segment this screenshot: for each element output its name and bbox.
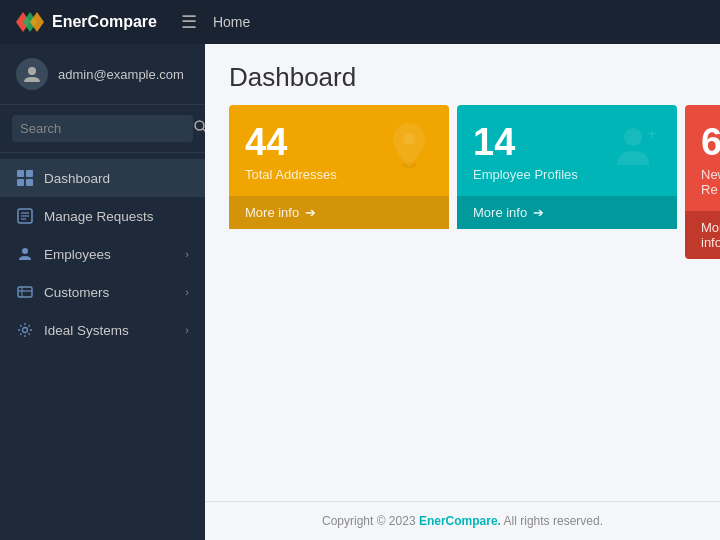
content-body: 44 Total Addresses More info ➔ xyxy=(205,105,720,501)
search-icon xyxy=(194,120,205,134)
footer-suffix: All rights reserved. xyxy=(501,514,603,528)
sidebar-item-label-ideal-systems: Ideal Systems xyxy=(44,323,129,338)
customers-icon xyxy=(16,283,34,301)
search-input[interactable] xyxy=(20,121,188,136)
svg-point-20 xyxy=(403,133,415,145)
user-icon xyxy=(22,64,42,84)
sidebar-item-label-dashboard: Dashboard xyxy=(44,171,110,186)
sidebar: admin@example.com xyxy=(0,44,205,540)
avatar xyxy=(16,58,48,90)
svg-rect-9 xyxy=(26,179,33,186)
card-employee-profiles: 14 Employee Profiles + More info ➔ xyxy=(457,105,677,259)
user-email: admin@example.com xyxy=(58,67,184,82)
navbar-logo: EnerCompare xyxy=(16,8,157,36)
sidebar-item-label-manage-requests: Manage Requests xyxy=(44,209,154,224)
requests-icon xyxy=(16,207,34,225)
sidebar-item-label-customers: Customers xyxy=(44,285,109,300)
card-body-requests: 65 New Re xyxy=(685,105,720,211)
more-info-label-requests: More info xyxy=(701,220,720,250)
arrow-right-icon: ➔ xyxy=(305,205,316,220)
cards-row: 44 Total Addresses More info ➔ xyxy=(229,105,696,259)
search-button[interactable] xyxy=(194,120,205,137)
footer-brand: EnerCompare. xyxy=(419,514,501,528)
content-area: Dashboard 44 Total Addresses xyxy=(205,44,720,540)
chevron-right-icon-3: › xyxy=(185,324,189,336)
card-total-addresses: 44 Total Addresses More info ➔ xyxy=(229,105,449,259)
sidebar-nav: Dashboard Manage Requests xyxy=(0,153,205,540)
chevron-right-icon-2: › xyxy=(185,286,189,298)
sidebar-item-employees[interactable]: Employees › xyxy=(0,235,205,273)
card-footer-addresses[interactable]: More info ➔ xyxy=(229,196,449,229)
home-link[interactable]: Home xyxy=(213,14,250,30)
navbar: EnerCompare ☰ Home xyxy=(0,0,720,44)
content-header: Dashboard xyxy=(205,44,720,105)
employees-icon xyxy=(16,245,34,263)
card-new-requests: 65 New Re More info xyxy=(685,105,720,259)
logo-icon xyxy=(16,8,44,36)
card-body-employees: 14 Employee Profiles + xyxy=(457,105,677,196)
page-title: Dashboard xyxy=(229,62,696,93)
more-info-label-addresses: More info xyxy=(245,205,299,220)
hamburger-icon[interactable]: ☰ xyxy=(181,11,197,33)
svg-text:+: + xyxy=(647,125,656,142)
location-pin-icon xyxy=(383,119,435,183)
employee-profile-icon: + xyxy=(611,119,663,183)
sidebar-item-label-employees: Employees xyxy=(44,247,111,262)
svg-rect-15 xyxy=(18,287,32,297)
footer-text: Copyright © 2023 xyxy=(322,514,419,528)
chevron-right-icon: › xyxy=(185,248,189,260)
search-wrapper xyxy=(12,115,193,142)
sidebar-item-dashboard[interactable]: Dashboard xyxy=(0,159,205,197)
card-label-requests: New Re xyxy=(701,167,720,197)
sidebar-item-customers[interactable]: Customers › xyxy=(0,273,205,311)
brand-name: EnerCompare xyxy=(52,13,157,31)
card-body-addresses: 44 Total Addresses xyxy=(229,105,449,196)
svg-rect-6 xyxy=(17,170,24,177)
card-number-requests: 65 xyxy=(701,123,720,161)
settings-icon xyxy=(16,321,34,339)
sidebar-user: admin@example.com xyxy=(0,44,205,105)
svg-point-14 xyxy=(22,248,28,254)
card-footer-requests[interactable]: More info xyxy=(685,211,720,259)
dashboard-icon xyxy=(16,169,34,187)
sidebar-search-area xyxy=(0,105,205,153)
svg-point-21 xyxy=(624,128,642,146)
svg-point-18 xyxy=(23,328,28,333)
svg-point-4 xyxy=(195,121,204,130)
arrow-right-icon-2: ➔ xyxy=(533,205,544,220)
content-footer: Copyright © 2023 EnerCompare. All rights… xyxy=(205,501,720,540)
sidebar-item-ideal-systems[interactable]: Ideal Systems › xyxy=(0,311,205,349)
svg-rect-8 xyxy=(17,179,24,186)
svg-rect-7 xyxy=(26,170,33,177)
more-info-label-employees: More info xyxy=(473,205,527,220)
sidebar-item-manage-requests[interactable]: Manage Requests xyxy=(0,197,205,235)
svg-point-3 xyxy=(28,67,36,75)
card-footer-employees[interactable]: More info ➔ xyxy=(457,196,677,229)
